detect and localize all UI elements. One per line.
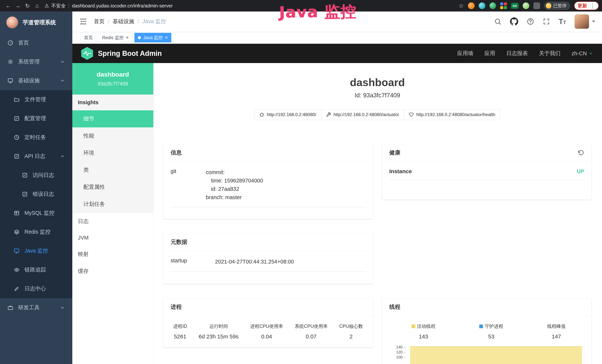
page-title: dashboard <box>163 76 592 88</box>
heart-icon <box>409 112 414 117</box>
process-card-body: 进程ID 5261 运行时间 6d 23h 15m 59s 进程CPU使用率 0… <box>163 316 373 347</box>
legend-label: 线程峰值 <box>547 323 566 329</box>
metadata-card: 元数据 startup 2021-04-27T00:44:31.254+08:0… <box>163 234 373 284</box>
sidebar-item-trace[interactable]: 链路追踪 <box>0 260 72 279</box>
service-url-button[interactable]: http://192.168.0.2:48080/ <box>254 109 321 120</box>
sba-item-logs[interactable]: 日志 <box>72 213 153 230</box>
sidebar-item-home[interactable]: 首页 <box>0 33 72 52</box>
sidebar-item-system[interactable]: 系统管理 <box>0 52 72 71</box>
column-value: 5261 <box>173 333 187 340</box>
sidebar-item-dev-tools[interactable]: 研发工具 <box>0 298 72 317</box>
health-card-body: Instance UP <box>382 161 592 188</box>
profile-paused-badge[interactable]: 已暂停 <box>544 2 570 10</box>
legend-value: 143 <box>412 333 436 340</box>
card-title: 元数据 <box>171 238 187 246</box>
breadcrumb-infrastructure[interactable]: 基础设施 <box>113 18 134 25</box>
value-line: id: 27aa832 <box>206 185 263 193</box>
history-icon[interactable] <box>578 150 584 156</box>
process-column: 运行时间 6d 23h 15m 59s <box>199 323 238 340</box>
browser-menu-icon[interactable]: ⋮ <box>590 3 595 9</box>
server-icon <box>7 78 13 84</box>
folder-icon <box>14 96 20 103</box>
sidebar-item-access-logs[interactable]: 访问日志 <box>0 166 72 185</box>
font-size-icon[interactable] <box>559 18 566 25</box>
extensions-grid-icon[interactable] <box>500 2 507 9</box>
legend-value: 53 <box>479 333 503 340</box>
sba-item-details[interactable]: 细节 <box>72 110 153 127</box>
app-title: 芋道管理系统 <box>23 19 56 26</box>
fullscreen-icon[interactable] <box>543 18 550 25</box>
user-menu[interactable] <box>575 14 595 29</box>
sidebar-item-error-logs[interactable]: 错误日志 <box>0 185 72 203</box>
sba-item-environment[interactable]: 环境 <box>72 144 153 161</box>
browser-home-icon[interactable]: ⌂ <box>32 1 42 11</box>
sidebar-item-file-management[interactable]: 文件管理 <box>0 90 72 109</box>
browser-forward-icon[interactable]: → <box>13 1 23 11</box>
threads-legend: 活动线程 143 守护进程 53 <box>389 322 584 340</box>
sba-item-jvm[interactable]: JVM <box>72 230 153 246</box>
actuator-url-button[interactable]: http://192.168.0.2:48080/actuator <box>321 109 404 120</box>
app-logo[interactable]: 芋道管理系统 <box>0 11 72 33</box>
sba-nav-journal[interactable]: 日志报表 <box>506 50 528 57</box>
close-icon[interactable] <box>126 35 129 40</box>
sidebar-item-infrastructure[interactable]: 基础设施 <box>0 71 72 90</box>
column-value: 0.04 <box>250 333 283 340</box>
browser-back-icon[interactable]: ← <box>3 1 13 11</box>
browser-reload-icon[interactable]: ↻ <box>23 1 32 11</box>
tab-java-monitor[interactable]: Java 监控 <box>134 33 171 43</box>
github-icon[interactable] <box>510 17 518 26</box>
extension-icon[interactable] <box>468 2 475 9</box>
tab-redis-monitor[interactable]: Redis 监控 <box>99 33 132 43</box>
app-content-column: 首页 基础设施 Java 监控 首页 <box>72 11 602 364</box>
close-icon[interactable] <box>165 35 168 40</box>
eye-icon <box>14 267 20 273</box>
insights-group: Insights 细节 性能 环境 类 配置属性 计划任务 <box>72 95 153 213</box>
sba-item-config-props[interactable]: 配置属性 <box>72 179 153 196</box>
sba-item-performance[interactable]: 性能 <box>72 127 153 144</box>
table-row: git commit: time: 1596289704000 id: 27aa… <box>171 168 366 207</box>
chevron-up-icon <box>60 154 65 159</box>
address-bar[interactable]: ⚠ 不安全 dashboard.yudao.iocoder.cn/infra/a… <box>44 3 173 9</box>
gear-icon <box>7 59 13 65</box>
sidebar-fold-icon[interactable] <box>79 17 87 26</box>
edit-icon <box>14 153 20 159</box>
breadcrumb: 首页 基础设施 Java 监控 <box>94 18 166 25</box>
extension-icon[interactable] <box>523 2 529 9</box>
sba-nav-applications[interactable]: 应用 <box>484 50 495 57</box>
extension-icon[interactable] <box>479 2 485 9</box>
sba-nav-wallboard[interactable]: 应用墙 <box>457 50 473 57</box>
sidebar-item-mysql-monitor[interactable]: MySQL 监控 <box>0 203 72 223</box>
bookmark-star-icon[interactable]: ☆ <box>459 2 464 9</box>
sba-item-mappings[interactable]: 映射 <box>72 246 153 263</box>
sba-locale-select[interactable]: zh-CN <box>572 50 593 57</box>
sidebar-item-api-logs[interactable]: API 日志 <box>0 147 72 166</box>
sidebar-item-java-monitor[interactable]: Java 监控 <box>0 241 72 260</box>
sidebar-item-scheduled-jobs[interactable]: 定时任务 <box>0 128 72 147</box>
sba-nav-about[interactable]: 关于我们 <box>539 50 560 57</box>
tab-home[interactable]: 首页 <box>80 33 97 43</box>
chrome-update-button[interactable]: 更新 ⋮ <box>574 1 599 10</box>
main-sidebar: 芋道管理系统 首页 系统管理 基础设施 文件管理 配置管理 <box>0 11 72 364</box>
sba-item-caches[interactable]: 缓存 <box>72 263 153 280</box>
edit-icon <box>14 116 20 121</box>
extension-on-badge[interactable]: on <box>511 3 519 9</box>
active-tab-dot <box>138 36 141 39</box>
toolbox-icon <box>7 305 13 310</box>
sidebar-item-config-management[interactable]: 配置管理 <box>0 109 72 128</box>
health-url-button[interactable]: http://192.168.0.2:48080/actuator/health <box>404 109 500 120</box>
extension-icon[interactable] <box>489 2 496 9</box>
sba-item-classes[interactable]: 类 <box>72 161 153 179</box>
search-icon[interactable] <box>494 18 502 25</box>
sba-item-scheduled-tasks[interactable]: 计划任务 <box>72 196 153 213</box>
monitor-icon <box>14 248 20 254</box>
help-icon[interactable] <box>527 18 534 25</box>
sba-brand-title[interactable]: Spring Boot Admin <box>98 50 162 57</box>
extension-icon[interactable] <box>533 2 540 9</box>
breadcrumb-home[interactable]: 首页 <box>94 18 105 25</box>
spring-boot-admin-logo[interactable] <box>81 47 93 60</box>
sidebar-item-redis-monitor[interactable]: Redis 监控 <box>0 223 72 241</box>
process-column: 进程ID 5261 <box>173 323 187 340</box>
sidebar-item-log-center[interactable]: 日志中心 <box>0 279 72 298</box>
cards-grid: 信息 git commit: time: 1596289704000 id: 2… <box>163 144 592 364</box>
y-axis-tick: 100 <box>389 355 406 359</box>
